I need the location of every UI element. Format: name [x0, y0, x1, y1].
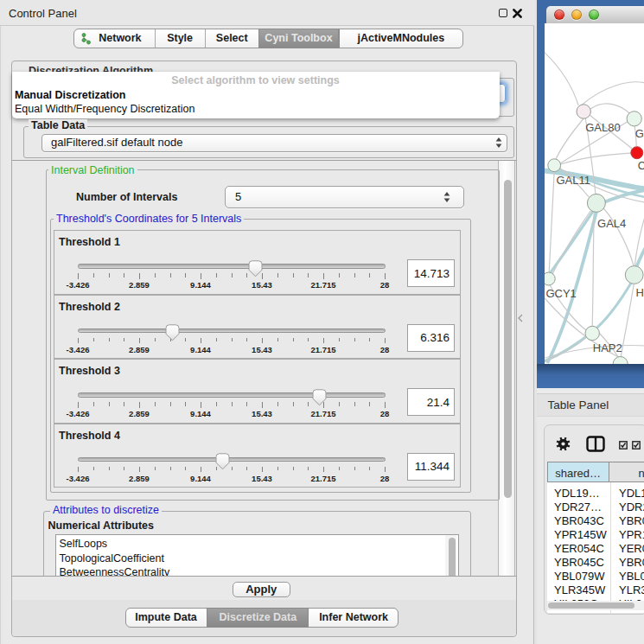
svg-text:G…: G…	[634, 127, 644, 140]
svg-text:HAP2: HAP2	[593, 341, 622, 354]
svg-text:GCY1: GCY1	[545, 287, 576, 300]
svg-text:GAL11: GAL11	[556, 174, 590, 187]
svg-text:C…: C…	[637, 159, 644, 172]
svg-text:H…: H…	[635, 286, 644, 299]
svg-text:GAL4: GAL4	[597, 217, 626, 230]
svg-text:GAL80: GAL80	[585, 121, 620, 134]
